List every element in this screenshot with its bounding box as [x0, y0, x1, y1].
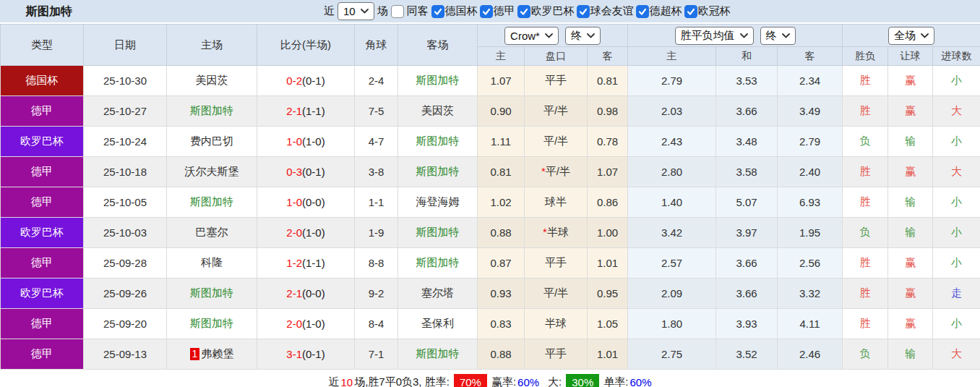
col-header-corners: 角球	[355, 25, 398, 66]
league-badge: 欧罗巴杯	[1, 278, 83, 308]
games-label: 场	[377, 4, 388, 18]
filter-checkbox-item[interactable]: 德甲	[480, 4, 515, 18]
date-cell: 25-09-28	[84, 248, 167, 278]
away-team-cell: 塞尔塔	[398, 278, 478, 309]
table-row: 欧罗巴杯25-10-24费内巴切1-0(1-0)4-7斯图加特1.11平/半0.…	[1, 127, 980, 157]
match-count-select[interactable]: 10	[338, 2, 374, 20]
odds-time-select[interactable]: 终	[565, 27, 601, 45]
handicap-line-cell: 平手	[525, 66, 588, 96]
single-rate-value: 60%	[629, 376, 651, 387]
checkbox-checked-icon[interactable]	[577, 5, 590, 18]
avg-away-odds-cell: 3.49	[778, 96, 843, 127]
handicap-away-odds-cell: 1.01	[588, 339, 628, 370]
league-badge: 德甲	[1, 309, 83, 339]
avg-away-odds-cell: 2.56	[778, 248, 843, 278]
date-cell: 25-09-26	[84, 278, 167, 309]
handicap-home-odds-cell: 0.81	[478, 157, 525, 187]
corners-cell: 9-2	[355, 278, 398, 309]
handicap-line-cell: *半球	[525, 218, 588, 248]
league-badge: 德甲	[1, 339, 83, 369]
handicap-line-cell: 半球	[525, 309, 588, 339]
checkbox-checked-icon[interactable]	[431, 5, 444, 18]
filter-label: 德甲	[494, 4, 515, 18]
away-team-cell: 斯图加特	[398, 218, 478, 248]
result-cell: 胜	[843, 309, 888, 339]
summary-near-count: 10	[340, 376, 353, 387]
sub-header-handicap: 盘口	[525, 47, 588, 66]
score-cell: 0-3(0-1)	[257, 157, 355, 187]
filter-checkbox-item[interactable]: 欧冠杯	[684, 4, 731, 18]
odds-company-select[interactable]: Crow*	[504, 27, 559, 45]
handicap-line-cell: 平手	[525, 248, 588, 278]
corners-cell: 4-7	[355, 127, 398, 157]
col-header-score: 比分(半场)	[257, 25, 355, 66]
league-badge: 欧罗巴杯	[1, 218, 83, 247]
avg-away-odds-cell: 2.79	[778, 127, 843, 157]
score-cell: 3-1(0-1)	[257, 339, 355, 370]
score-cell: 2-0(1-0)	[257, 218, 355, 248]
league-cell: 欧罗巴杯	[1, 278, 84, 309]
chevron-down-icon	[921, 33, 929, 38]
checkbox-checked-icon[interactable]	[517, 5, 530, 18]
filter-label: 德国杯	[445, 4, 478, 18]
score-cell: 1-0(0-0)	[257, 187, 355, 218]
rank-badge: 1	[190, 348, 200, 360]
letball-result-cell: 赢	[888, 96, 933, 127]
result-cell: 负	[843, 218, 888, 248]
filter-checkbox-item[interactable]: 德国杯	[431, 4, 478, 18]
league-cell: 德甲	[1, 157, 84, 187]
league-cell: 德甲	[1, 96, 84, 127]
scope-select[interactable]: 全场	[888, 27, 934, 45]
home-team-cell: 美因茨	[167, 66, 257, 96]
letball-result-cell: 赢	[888, 278, 933, 309]
result-cell: 胜	[843, 248, 888, 278]
sub-header-avg-draw: 和	[716, 47, 778, 66]
handicap-line-cell: 平/半	[525, 127, 588, 157]
sub-header-letball: 让球	[888, 47, 933, 66]
handicap-rate-value: 60%	[517, 376, 539, 387]
matches-table: 类型 日期 主场 比分(半场) 角球 客场 Crow* 终	[0, 24, 980, 370]
avg-away-odds-cell: 6.93	[778, 187, 843, 218]
checkbox-checked-icon[interactable]	[636, 5, 649, 18]
corners-cell: 8-4	[355, 309, 398, 339]
checkbox-checked-icon[interactable]	[480, 5, 493, 18]
avg-draw-odds-cell: 3.48	[716, 127, 778, 157]
date-cell: 25-10-27	[84, 96, 167, 127]
check-icon	[687, 7, 695, 16]
page-title: 斯图加特	[26, 0, 72, 22]
league-badge: 德甲	[1, 96, 83, 126]
check-icon	[434, 7, 442, 16]
league-cell: 欧罗巴杯	[1, 218, 84, 248]
goals-result-cell: 小	[933, 187, 980, 218]
handicap-home-odds-cell: 1.02	[478, 187, 525, 218]
check-icon	[638, 7, 647, 16]
avg-away-odds-cell: 1.95	[778, 218, 843, 248]
corners-cell: 3-8	[355, 157, 398, 187]
avg-type-select[interactable]: 胜平负均值	[675, 27, 754, 45]
handicap-line-cell: 平手	[525, 339, 588, 370]
filter-list: 德国杯德甲欧罗巴杯球会友谊德超杯欧冠杯	[431, 4, 731, 18]
goals-result-cell: 小	[933, 127, 980, 157]
filter-checkbox-item[interactable]: 球会友谊	[577, 4, 634, 18]
avg-away-odds-cell: 2.46	[778, 339, 843, 370]
league-cell: 德甲	[1, 187, 84, 218]
avg-time-select[interactable]: 终	[760, 27, 796, 45]
filter-checkbox-item[interactable]: 欧罗巴杯	[517, 4, 575, 18]
letball-result-cell: 赢	[888, 309, 933, 339]
corners-cell: 2-4	[355, 66, 398, 96]
goals-result-cell: 小	[933, 248, 980, 278]
goals-result-cell: 小	[933, 309, 980, 339]
filter-checkbox-item[interactable]: 德超杯	[636, 4, 682, 18]
sub-header-result: 胜负	[843, 47, 888, 66]
avg-draw-odds-cell: 3.53	[716, 66, 778, 96]
away-team-cell: 圣保利	[398, 309, 478, 339]
same-opponent-checkbox[interactable]	[391, 5, 404, 18]
result-cell: 胜	[843, 66, 888, 96]
checkbox-checked-icon[interactable]	[684, 5, 697, 18]
league-badge: 德国杯	[1, 66, 83, 95]
away-team-cell: 斯图加特	[398, 157, 478, 187]
corners-cell: 7-5	[355, 96, 398, 127]
avg-home-odds-cell: 3.42	[628, 218, 716, 248]
avg-draw-odds-cell: 3.93	[716, 309, 778, 339]
letball-result-cell: 赢	[888, 66, 933, 96]
